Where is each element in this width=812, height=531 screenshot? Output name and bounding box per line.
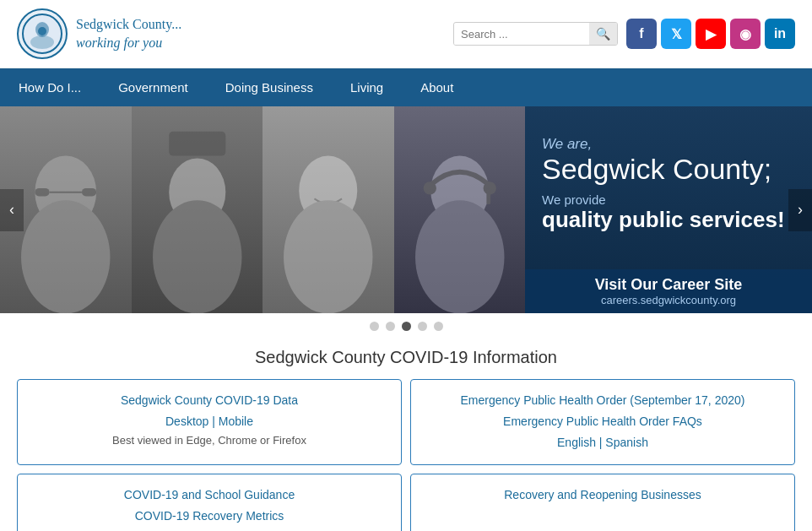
search-box[interactable]: 🔍 [453,22,618,46]
covid-link-recovery-reopening[interactable]: Recovery and Reopening Businesses [425,485,781,506]
search-input[interactable] [454,24,589,45]
covid-link-health-order[interactable]: Emergency Public Health Order (September… [425,390,781,411]
svg-rect-9 [169,131,225,155]
nav-item-doing-business[interactable]: Doing Business [207,68,332,106]
covid-section: Sedgwick County COVID-19 Information Sed… [0,339,812,531]
carousel-dot-3[interactable] [402,322,411,331]
instagram-icon[interactable]: ◉ [730,19,761,49]
hero-career-bar[interactable]: Visit Our Career Site careers.sedgwickco… [525,269,812,313]
carousel-dot-2[interactable] [386,322,395,331]
svg-rect-5 [35,187,49,196]
covid-link-health-order-faq[interactable]: Emergency Public Health Order FAQs [425,411,781,432]
covid-link-recovery-metrics[interactable]: COVID-19 Recovery Metrics [31,506,387,527]
career-url: careers.sedgwickcounty.org [542,294,795,306]
svg-point-8 [21,200,110,313]
covid-section-title: Sedgwick County COVID-19 Information [17,348,795,367]
hero-tagline-provide: We provide [542,192,795,207]
svg-point-2 [30,35,54,49]
nav-item-how-do-i[interactable]: How Do I... [0,68,100,106]
svg-point-11 [153,200,241,313]
logo-text: Sedgwick County... working for you [76,15,181,53]
logo-icon [17,8,68,59]
svg-point-13 [284,200,372,313]
header-right: 🔍 f 𝕏 ▶ ◉ in [453,19,795,49]
site-header: Sedgwick County... working for you 🔍 f 𝕏… [0,0,812,68]
svg-point-15 [423,182,436,194]
carousel-dots [0,313,812,339]
twitter-icon[interactable]: 𝕏 [661,19,691,49]
covid-link-desktop-mobile[interactable]: Desktop | Mobile [31,411,387,432]
nav-item-about[interactable]: About [402,68,472,106]
social-icons: f 𝕏 ▶ ◉ in [626,19,795,49]
youtube-icon[interactable]: ▶ [696,19,726,49]
linkedin-icon[interactable]: in [765,19,795,49]
hero-tagline-county: Sedgwick County; [542,153,795,186]
logo-area: Sedgwick County... working for you [17,8,181,59]
covid-card-2[interactable]: Emergency Public Health Order (September… [410,379,795,465]
nav-item-government[interactable]: Government [100,68,207,106]
facebook-icon[interactable]: f [626,19,657,49]
covid-card-1[interactable]: Sedgwick County COVID-19 Data Desktop | … [17,379,402,465]
covid-card-1-sub: Best viewed in Edge, Chrome or Firefox [31,434,387,447]
covid-link-school[interactable]: COVID-19 and School Guidance [31,485,387,506]
covid-grid: Sedgwick County COVID-19 Data Desktop | … [17,379,795,531]
svg-rect-17 [486,187,490,203]
main-nav: How Do I... Government Doing Business Li… [0,68,812,106]
career-title: Visit Our Career Site [542,276,795,294]
covid-card-4[interactable]: Recovery and Reopening Businesses [410,474,795,531]
hero-panel-3 [263,106,394,313]
covid-card-3[interactable]: COVID-19 and School Guidance COVID-19 Re… [17,474,402,531]
hero-images: We are, Sedgwick County; We provide qual… [0,106,812,313]
covid-link-data[interactable]: Sedgwick County COVID-19 Data [31,390,387,411]
svg-rect-6 [82,187,96,196]
svg-point-3 [38,27,46,35]
hero-carousel: ‹ [0,106,812,313]
hero-panel-2 [132,106,263,313]
carousel-prev-button[interactable]: ‹ [0,189,24,231]
hero-tagline-quality: quality public services! [542,207,795,233]
hero-panel-4 [394,106,526,313]
covid-link-english-spanish[interactable]: English | Spanish [425,432,781,453]
nav-item-living[interactable]: Living [332,68,402,106]
svg-point-18 [415,200,504,313]
search-button[interactable]: 🔍 [589,23,617,45]
carousel-dot-4[interactable] [418,322,427,331]
hero-tagline-we: We are, [542,136,795,153]
carousel-dot-1[interactable] [370,322,379,331]
hero-text-panel: We are, Sedgwick County; We provide qual… [525,106,812,313]
carousel-dot-5[interactable] [434,322,443,331]
carousel-next-button[interactable]: › [788,189,812,231]
